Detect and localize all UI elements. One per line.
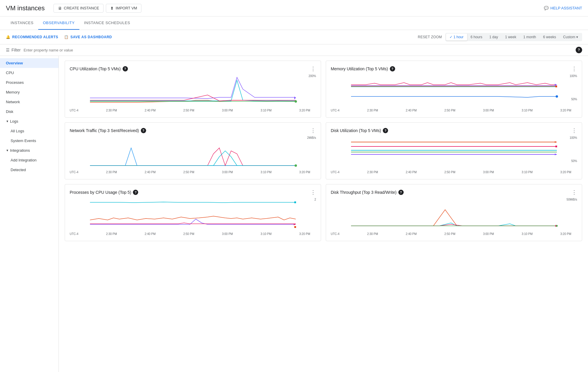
chart-disk-svg — [331, 136, 577, 169]
tab-schedules[interactable]: INSTANCE SCHEDULES — [79, 16, 135, 30]
chart-cpu-svg — [70, 74, 316, 107]
chart-disk-throughput-menu-icon[interactable]: ⋮ — [572, 189, 577, 196]
save-as-dashboard-button[interactable]: 📋 SAVE AS DASHBOARD — [64, 35, 112, 39]
svg-marker-7 — [555, 141, 557, 143]
chart-disk-throughput-x-axis: UTC-4 2:30 PM 2:40 PM 2:50 PM 3:00 PM 3:… — [331, 232, 577, 236]
import-vm-icon: ⬆ — [110, 6, 114, 11]
sidebar-item-system-events[interactable]: System Events — [0, 136, 59, 146]
chart-disk-body: 100% 50% — [331, 136, 577, 174]
chart-cpu-title: CPU Utilization (Top 5 VMs) ? — [70, 66, 128, 71]
chart-network-svg — [70, 136, 316, 169]
sidebar-item-processes[interactable]: Processes — [0, 78, 59, 87]
sidebar-group-logs[interactable]: ▼ Logs — [0, 116, 59, 126]
chart-cpu-help-icon[interactable]: ? — [123, 66, 128, 71]
sidebar-item-overview[interactable]: Overview — [0, 58, 59, 68]
reset-zoom-button[interactable]: RESET ZOOM — [418, 35, 442, 39]
chart-processes-svg — [70, 198, 316, 230]
sidebar-item-disk[interactable]: Disk — [0, 107, 59, 116]
time-filter-6hours[interactable]: 6 hours — [467, 34, 486, 41]
sidebar-item-detected[interactable]: Detected — [0, 165, 59, 175]
filter-input[interactable] — [24, 48, 573, 52]
sidebar-group-integrations[interactable]: ▼ Integrations — [0, 146, 59, 155]
chart-processes-menu-icon[interactable]: ⋮ — [310, 189, 316, 196]
chart-disk-title: Disk Utilization (Top 5 VMs) ? — [331, 128, 388, 133]
chart-disk-throughput-header: Disk Throughput (Top 3 Read/Write) ? ⋮ — [331, 189, 577, 196]
chart-disk-throughput-y-max: 50MiB/s — [567, 198, 577, 201]
time-filter-1day[interactable]: 1 day — [486, 34, 502, 41]
chart-cpu-x-axis: UTC-4 2:30 PM 2:40 PM 2:50 PM 3:00 PM 3:… — [70, 109, 316, 112]
chart-network-y-max: 2MiB/s — [307, 136, 316, 139]
chevron-down-icon: ▼ — [6, 120, 9, 123]
svg-point-2 — [295, 100, 297, 103]
main-layout: Overview CPU Processes Memory Network Di… — [0, 56, 588, 372]
chart-processes-help-icon[interactable]: ? — [133, 190, 138, 195]
filter-bar: ☰ Filter ? — [0, 44, 588, 56]
time-filter-6weeks[interactable]: 6 weeks — [539, 34, 559, 41]
chart-memory-menu-icon[interactable]: ⋮ — [572, 66, 577, 72]
chart-disk-y-mid: 50% — [571, 159, 577, 163]
chart-disk-y-max: 100% — [569, 136, 577, 139]
chart-network-header: Network Traffic (Top 3 Sent/Received) ? … — [70, 127, 316, 134]
chart-processes-header: Processes by CPU Usage (Top 5) ? ⋮ — [70, 189, 316, 196]
chart-disk-menu-icon[interactable]: ⋮ — [572, 127, 577, 134]
sidebar-item-add-integration[interactable]: Add Integration — [0, 155, 59, 165]
header-actions: 🖥 CREATE INSTANCE ⬆ IMPORT VM — [54, 4, 544, 13]
chart-processes-body: 2 — [70, 198, 316, 236]
chart-memory-svg — [331, 74, 577, 107]
chart-cpu-body: 200% — [70, 74, 316, 113]
chart-disk-throughput-help-icon[interactable]: ? — [398, 190, 404, 195]
chart-disk-throughput-svg — [331, 198, 577, 230]
chart-disk-header: Disk Utilization (Top 5 VMs) ? ⋮ — [331, 127, 577, 134]
sidebar-item-network[interactable]: Network — [0, 97, 59, 107]
chart-disk-x-axis: UTC-4 2:30 PM 2:40 PM 2:50 PM 3:00 PM 3:… — [331, 171, 577, 174]
chevron-down-icon: ▼ — [6, 149, 9, 152]
charts-area: CPU Utilization (Top 5 VMs) ? ⋮ 200% — [59, 56, 588, 372]
sidebar-item-memory[interactable]: Memory — [0, 87, 59, 97]
chart-memory-y-max: 100% — [569, 74, 577, 78]
svg-rect-4 — [555, 86, 557, 87]
sidebar-item-cpu[interactable]: CPU — [0, 68, 59, 78]
svg-point-6 — [295, 164, 297, 167]
help-assistant-button[interactable]: 💬 HELP ASSISTANT — [544, 6, 582, 10]
time-filter-group: ✓ 1 hour 6 hours 1 day 1 week 1 month 6 … — [445, 33, 582, 41]
chart-processes-cpu: Processes by CPU Usage (Top 5) ? ⋮ 2 — [65, 184, 321, 241]
svg-rect-10 — [294, 201, 296, 203]
tab-bar: INSTANCES OBSERVABILITY INSTANCE SCHEDUL… — [0, 16, 588, 30]
chart-network-title: Network Traffic (Top 3 Sent/Received) ? — [70, 128, 146, 133]
tab-observability[interactable]: OBSERVABILITY — [38, 16, 79, 30]
chart-cpu-header: CPU Utilization (Top 5 VMs) ? ⋮ — [70, 66, 316, 72]
import-vm-button[interactable]: ⬆ IMPORT VM — [106, 4, 141, 13]
bell-icon: 🔔 — [6, 35, 11, 39]
time-filter-1hour[interactable]: ✓ 1 hour — [446, 34, 467, 41]
chart-processes-x-axis: UTC-4 2:30 PM 2:40 PM 2:50 PM 3:00 PM 3:… — [70, 232, 316, 236]
svg-marker-9 — [555, 154, 557, 155]
chart-network-body: 2MiB/s UTC-4 — [70, 136, 316, 174]
page-title: VM instances — [6, 4, 45, 12]
toolbar: 🔔 RECOMMENDED ALERTS 📋 SAVE AS DASHBOARD… — [0, 30, 588, 44]
time-filter-1week[interactable]: 1 week — [502, 34, 520, 41]
chart-disk-throughput-title: Disk Throughput (Top 3 Read/Write) ? — [331, 190, 404, 195]
recommended-alerts-button[interactable]: 🔔 RECOMMENDED ALERTS — [6, 35, 58, 39]
chart-cpu-y-max: 200% — [308, 74, 316, 78]
time-filter-custom[interactable]: Custom ▾ — [559, 34, 582, 41]
chart-disk-help-icon[interactable]: ? — [383, 128, 388, 133]
chart-memory-body: 100% 50% — [331, 74, 577, 113]
chart-network-menu-icon[interactable]: ⋮ — [310, 127, 316, 134]
chart-processes-y-max: 2 — [314, 198, 316, 201]
sidebar-item-all-logs[interactable]: All Logs — [0, 126, 59, 136]
tab-instances[interactable]: INSTANCES — [6, 16, 38, 30]
chart-cpu-menu-icon[interactable]: ⋮ — [310, 66, 316, 72]
chart-disk-throughput-body: 50MiB/s UTC- — [331, 198, 577, 236]
chart-network-help-icon[interactable]: ? — [141, 128, 146, 133]
svg-point-5 — [556, 95, 558, 98]
svg-marker-0 — [294, 96, 296, 99]
chart-disk-throughput: Disk Throughput (Top 3 Read/Write) ? ⋮ 5… — [326, 184, 582, 241]
time-filter-1month[interactable]: 1 month — [520, 34, 539, 41]
create-instance-button[interactable]: 🖥 CREATE INSTANCE — [54, 4, 103, 13]
dashboard-icon: 📋 — [64, 35, 69, 39]
chart-memory-help-icon[interactable]: ? — [390, 66, 395, 71]
help-icon[interactable]: ? — [576, 47, 582, 53]
chart-processes-title: Processes by CPU Usage (Top 5) ? — [70, 190, 138, 195]
header: VM instances 🖥 CREATE INSTANCE ⬆ IMPORT … — [0, 0, 588, 16]
chart-memory-y-mid: 50% — [571, 98, 577, 101]
